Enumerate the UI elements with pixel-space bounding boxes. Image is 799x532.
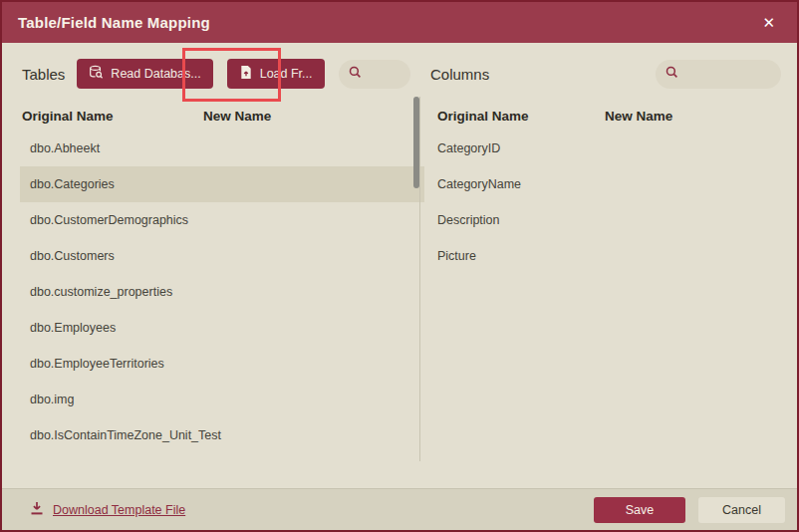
table-original-name: dbo.Customers: [30, 249, 201, 263]
columns-panel-label: Columns: [430, 66, 489, 83]
table-row[interactable]: dbo.EmployeeTerritories: [20, 346, 424, 382]
table-row[interactable]: dbo.customize_properties: [20, 274, 424, 310]
read-database-button[interactable]: Read Databas...: [77, 59, 212, 89]
column-row[interactable]: Description: [422, 202, 797, 238]
columns-toolbar: Columns: [430, 59, 781, 89]
columns-list-header: Original Name New Name: [437, 101, 797, 131]
close-icon[interactable]: ✕: [756, 11, 781, 34]
columns-panel: Columns Original Name New Name CategoryI…: [422, 43, 797, 488]
download-link-label: Download Template File: [53, 503, 185, 517]
table-row[interactable]: dbo.img: [20, 382, 424, 417]
tables-scrollbar-track[interactable]: [419, 97, 420, 461]
table-original-name: dbo.Categories: [30, 177, 201, 191]
table-field-name-mapping-dialog: Table/Field Name Mapping ✕ Tables Read D…: [0, 0, 799, 532]
dialog-content: Tables Read Databas... Load Fr... Origin…: [2, 43, 797, 488]
table-row[interactable]: dbo.IsContainTimeZone_Unit_Test: [20, 417, 424, 453]
table-row[interactable]: dbo.Customers: [20, 238, 424, 274]
download-icon: [30, 501, 44, 519]
load-from-label: Load Fr...: [260, 67, 313, 81]
column-original-name: CategoryID: [437, 141, 605, 155]
new-name-column-header: New Name: [203, 109, 271, 124]
columns-list: CategoryID CategoryName Description: [422, 131, 797, 274]
read-database-label: Read Databas...: [111, 67, 200, 81]
tables-scrollbar-thumb[interactable]: [413, 97, 419, 188]
column-row[interactable]: Picture: [422, 238, 797, 274]
column-original-name: CategoryName: [437, 177, 605, 191]
table-original-name: dbo.EmployeeTerritories: [30, 357, 201, 371]
original-name-column-header: Original Name: [22, 109, 203, 124]
columns-search-box[interactable]: [656, 60, 781, 89]
column-row[interactable]: CategoryName: [422, 166, 797, 202]
table-row[interactable]: dbo.Abheekt: [20, 131, 424, 166]
tables-search-box[interactable]: [339, 60, 410, 89]
table-row[interactable]: dbo.Employees: [20, 310, 424, 346]
table-original-name: dbo.IsContainTimeZone_Unit_Test: [30, 428, 201, 442]
tables-list: dbo.Abheekt dbo.Categories dbo.CustomerD…: [20, 131, 424, 453]
tables-search-input[interactable]: [369, 66, 400, 82]
table-row[interactable]: dbo.CustomerDemographics: [20, 202, 424, 238]
download-template-file-link[interactable]: Download Template File: [30, 501, 185, 519]
dialog-title: Table/Field Name Mapping: [18, 14, 210, 31]
table-original-name: dbo.Abheekt: [30, 141, 201, 155]
tables-panel: Tables Read Databas... Load Fr... Origin…: [2, 43, 422, 488]
table-original-name: dbo.customize_properties: [30, 285, 201, 299]
tables-toolbar: Tables Read Databas... Load Fr...: [22, 59, 410, 89]
column-original-name: Description: [437, 213, 605, 227]
tables-list-header: Original Name New Name: [22, 101, 422, 131]
file-upload-icon: [239, 65, 253, 83]
cancel-button[interactable]: Cancel: [698, 497, 785, 523]
load-from-file-button[interactable]: Load Fr...: [227, 59, 325, 89]
dialog-footer: Download Template File Save Cancel: [2, 488, 797, 530]
new-name-column-header: New Name: [605, 109, 672, 124]
search-icon: [349, 65, 362, 83]
tables-panel-label: Tables: [22, 66, 65, 83]
column-row[interactable]: CategoryID: [422, 131, 797, 166]
search-icon: [666, 65, 678, 83]
table-row[interactable]: dbo.Categories: [20, 166, 424, 202]
table-original-name: dbo.Employees: [30, 321, 201, 335]
columns-search-input[interactable]: [685, 66, 771, 82]
table-original-name: dbo.img: [30, 393, 201, 406]
original-name-column-header: Original Name: [437, 109, 605, 124]
save-button[interactable]: Save: [594, 497, 685, 523]
database-search-icon: [89, 65, 104, 83]
table-original-name: dbo.CustomerDemographics: [30, 213, 201, 227]
title-bar: Table/Field Name Mapping ✕: [2, 2, 797, 43]
column-original-name: Picture: [437, 249, 605, 263]
